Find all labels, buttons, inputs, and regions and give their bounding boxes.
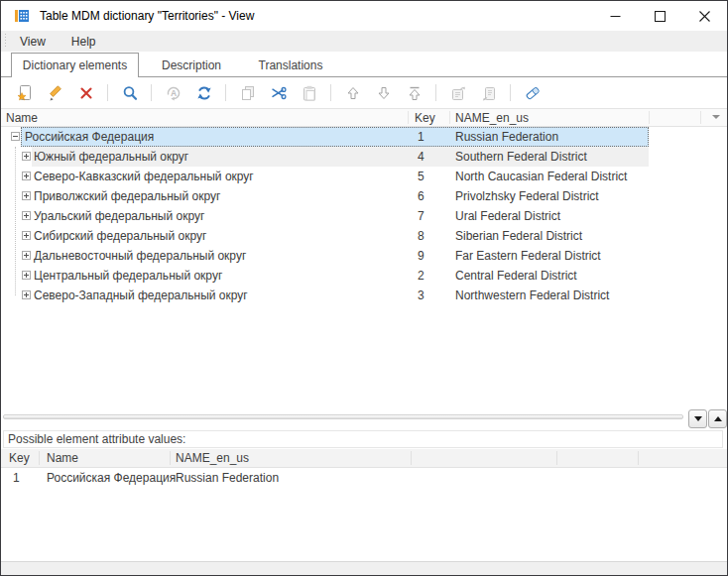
menu-help[interactable]: Help	[59, 35, 109, 49]
expand-icon[interactable]	[22, 271, 31, 280]
cell-name: Российская Федерация	[47, 471, 176, 485]
expand-icon[interactable]	[22, 211, 31, 220]
cell-key: 6	[418, 189, 425, 203]
scissors-icon	[270, 84, 288, 102]
svg-text:A: A	[170, 87, 176, 97]
attr-column-key[interactable]: Key	[9, 451, 30, 465]
collapse-panel-button[interactable]	[688, 409, 707, 428]
column-separator	[408, 111, 409, 124]
attr-values-label: Possible element attribute values:	[8, 432, 185, 446]
copy-icon	[239, 84, 257, 102]
expand-icon[interactable]	[22, 172, 31, 180]
attr-grid-header: Key Name NAME_en_us	[1, 449, 727, 468]
expand-icon[interactable]	[22, 191, 31, 200]
cell-name-en-us: North Caucasian Federal District	[455, 170, 627, 183]
menu-bar: View Help	[1, 31, 727, 52]
cell-name: Южный федеральный округ	[34, 150, 188, 164]
tree-row[interactable]: Северо-Кавказский федеральный округ5Nort…	[1, 167, 727, 186]
tab-dictionary-elements[interactable]: Dictionary elements	[11, 53, 139, 77]
auto-replace-icon: A	[165, 84, 182, 102]
toolbar-separator	[510, 84, 511, 101]
cell-name: Сибирский федеральный округ	[34, 229, 206, 243]
cell-name-en-us: Russian Federation	[455, 130, 558, 144]
column-header-key[interactable]: Key	[415, 111, 435, 125]
refresh-icon	[195, 84, 213, 102]
column-separator	[649, 111, 650, 124]
tab-translations[interactable]: Translations	[246, 54, 335, 76]
attr-values-label-strip: Possible element attribute values:	[3, 430, 723, 448]
window-title: Table MDM dictionary "Territories" - Vie…	[40, 9, 254, 23]
column-header-name-en-us[interactable]: NAME_en_us	[455, 111, 529, 125]
cell-key: 1	[418, 130, 425, 144]
cell-name-en-us: Russian Federation	[176, 471, 279, 485]
close-button[interactable]	[682, 1, 727, 31]
go-to-card-button	[478, 82, 499, 103]
attr-column-name-en-us[interactable]: NAME_en_us	[176, 451, 249, 465]
tree-row[interactable]: Северо-Западный федеральный округ3Northw…	[1, 286, 727, 305]
expand-panel-button[interactable]	[708, 409, 727, 428]
expand-icon[interactable]	[22, 251, 31, 260]
title-bar[interactable]: Table MDM dictionary "Territories" - Vie…	[1, 1, 727, 31]
triangle-down-icon	[694, 416, 702, 421]
cell-name: Северо-Западный федеральный округ	[34, 288, 248, 302]
paste-button	[299, 82, 319, 103]
column-separator	[556, 451, 557, 465]
search-icon	[121, 84, 139, 102]
tree-row[interactable]: Приволжский федеральный округ6Privolzhsk…	[1, 186, 727, 206]
tree-row[interactable]: Дальневосточный федеральный округ9Far Ea…	[1, 246, 727, 266]
app-icon	[14, 8, 30, 24]
tree-row[interactable]: Российская Федерация1Russian Federation	[1, 127, 727, 147]
add-item-icon	[16, 84, 34, 102]
cut-button[interactable]	[268, 82, 289, 103]
cell-name: Российская Федерация	[25, 130, 154, 144]
cell-name-en-us: Privolzhsky Federal District	[455, 189, 599, 203]
expand-icon[interactable]	[22, 290, 31, 299]
tree-row[interactable]: Центральный федеральный округ2Central Fe…	[1, 266, 727, 286]
arrow-up-icon	[344, 84, 362, 102]
attr-row[interactable]: 1Российская ФедерацияRussian Federation	[1, 468, 727, 488]
tab-label: Translations	[259, 58, 323, 72]
move-down-button[interactable]	[373, 82, 394, 103]
cell-key: 7	[418, 209, 425, 223]
paste-icon	[301, 84, 318, 102]
maximize-icon	[655, 11, 666, 22]
tree-row[interactable]: Сибирский федеральный округ8Siberian Fed…	[1, 226, 727, 246]
splitter-handle[interactable]	[3, 414, 683, 419]
tab-label: Dictionary elements	[23, 58, 127, 72]
refresh-button[interactable]	[193, 82, 214, 103]
expand-icon[interactable]	[22, 152, 31, 161]
toolbar-separator	[151, 84, 152, 101]
cell-key: 1	[13, 471, 20, 485]
minimize-button[interactable]	[593, 1, 638, 31]
column-header-name[interactable]: Name	[6, 111, 38, 125]
column-separator	[638, 451, 639, 465]
open-card-button	[447, 82, 468, 103]
collapse-icon[interactable]	[11, 132, 20, 141]
menu-view[interactable]: View	[7, 35, 59, 49]
add-button[interactable]	[14, 82, 35, 103]
move-to-top-button[interactable]	[404, 82, 425, 103]
minimize-icon	[610, 11, 621, 22]
arrow-down-icon	[375, 84, 393, 102]
clear-button[interactable]	[522, 82, 543, 103]
maximize-button[interactable]	[638, 1, 682, 31]
cell-key: 9	[418, 249, 425, 263]
column-separator	[449, 111, 450, 124]
cell-name-en-us: Siberian Federal District	[455, 229, 582, 243]
tree-row[interactable]: Южный федеральный округ4Southern Federal…	[1, 147, 727, 167]
column-chooser-button[interactable]	[712, 115, 720, 119]
status-bar	[1, 561, 727, 575]
expand-icon[interactable]	[22, 231, 31, 240]
cell-name: Дальневосточный федеральный округ	[34, 249, 246, 263]
delete-button[interactable]	[75, 82, 96, 103]
edit-button[interactable]	[45, 82, 65, 103]
move-up-button[interactable]	[342, 82, 363, 103]
cell-key: 8	[418, 229, 425, 243]
tree-rows: Российская Федерация1Russian FederationЮ…	[1, 127, 727, 305]
tree-row[interactable]: Уральский федеральный округ7Ural Federal…	[1, 206, 727, 226]
search-button[interactable]	[119, 82, 140, 103]
tab-description[interactable]: Description	[137, 54, 246, 76]
go-to-card-icon	[480, 84, 498, 102]
column-separator	[39, 451, 40, 465]
attr-column-name[interactable]: Name	[47, 451, 78, 465]
